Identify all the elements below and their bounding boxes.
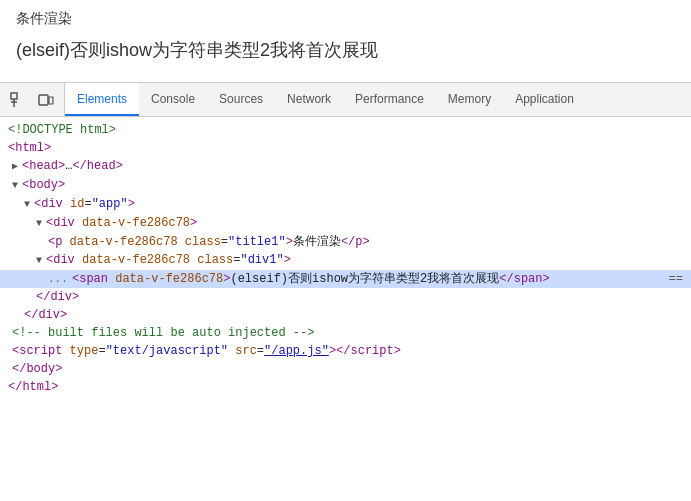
code-line-3[interactable]: ▶<head>…</head> [0,157,691,176]
devtools-panel: Elements Console Sources Network Perform… [0,82,691,422]
devtools-tabs: Elements Console Sources Network Perform… [65,83,691,116]
svg-rect-0 [11,93,17,99]
code-line-5[interactable]: ▼<div id="app"> [0,195,691,214]
page-content: 条件渲染 (elseif)否则ishow为字符串类型2我将首次展现 [0,0,691,82]
tab-network[interactable]: Network [275,83,343,116]
devtools-icons [0,83,65,116]
device-toggle-icon[interactable] [34,88,58,112]
svg-rect-4 [49,97,53,104]
page-title: 条件渲染 [16,10,675,28]
expand-datav-div[interactable]: ▼ [36,215,46,233]
code-line-12: <!-- built files will be auto injected -… [0,324,691,342]
expand-app-div[interactable]: ▼ [24,196,34,214]
code-line-4[interactable]: ▼<body> [0,176,691,195]
code-line-10: </div> [0,288,691,306]
page-subtitle: (elseif)否则ishow为字符串类型2我将首次展现 [16,38,675,62]
tab-console[interactable]: Console [139,83,207,116]
line-equals-sign: == [669,270,683,288]
tab-memory[interactable]: Memory [436,83,503,116]
code-line-8[interactable]: ▼<div data-v-fe286c78 class="div1"> [0,251,691,270]
code-line-14: </body> [0,360,691,378]
expand-body[interactable]: ▼ [12,177,22,195]
inspector-icon[interactable] [6,88,30,112]
tab-sources[interactable]: Sources [207,83,275,116]
code-line-11: </div> [0,306,691,324]
svg-rect-3 [39,95,48,105]
expand-div1[interactable]: ▼ [36,252,46,270]
code-line-7: <p data-v-fe286c78 class="title1">条件渲染</… [0,233,691,251]
devtools-toolbar: Elements Console Sources Network Perform… [0,83,691,117]
line-dots-indicator: ... [48,270,72,288]
code-line-1: <!DOCTYPE html> [0,121,691,139]
expand-head[interactable]: ▶ [12,158,22,176]
code-line-2: <html> [0,139,691,157]
tab-application[interactable]: Application [503,83,586,116]
code-line-6[interactable]: ▼<div data-v-fe286c78> [0,214,691,233]
code-line-13: <script type="text/javascript" src="/app… [0,342,691,360]
tab-performance[interactable]: Performance [343,83,436,116]
code-line-15: </html> [0,378,691,396]
tab-elements[interactable]: Elements [65,83,139,116]
devtools-code-panel[interactable]: <!DOCTYPE html> <html> ▶<head>…</head> ▼… [0,117,691,422]
code-line-9-highlighted[interactable]: ... <span data-v-fe286c78>(elseif)否则isho… [0,270,691,288]
